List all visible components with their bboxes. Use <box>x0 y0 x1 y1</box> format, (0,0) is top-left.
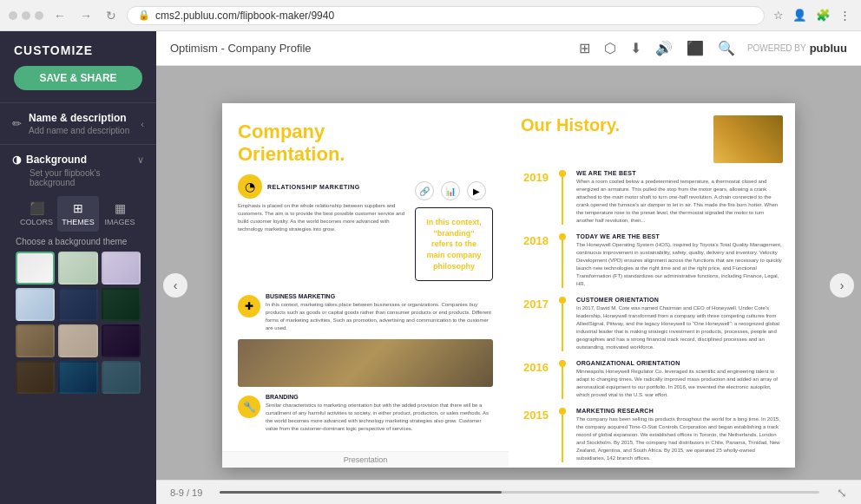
toolbar: Optimism - Company Profile ⊞ ⬡ ⬇ 🔊 ⬛ 🔍 P… <box>156 31 861 66</box>
year-2018: 2018 <box>521 233 549 288</box>
bookmark-button[interactable]: ☆ <box>772 7 785 23</box>
theme-swatch-5[interactable] <box>58 288 97 321</box>
theme-swatch-1[interactable] <box>16 252 55 285</box>
theme-swatch-12[interactable] <box>102 361 141 394</box>
background-chevron-icon: ∨ <box>137 154 144 166</box>
colors-tab-icon: ⬛ <box>30 201 44 215</box>
timeline-dot-2016 <box>559 360 566 367</box>
business-icon: ✚ <box>238 295 260 317</box>
timeline-item-2018: 2018 TODAY WE ARE THE BEST The Honeywell… <box>521 233 783 288</box>
book-viewer: ‹ Company Orientation. ◔ <box>156 66 861 504</box>
timeline-text-2015: MARKETING RESEARCH The company has been … <box>576 408 783 462</box>
history-title-area: Our History. <box>521 115 620 135</box>
grid-view-button[interactable]: ⊞ <box>577 38 592 58</box>
powered-by: POWERED BY publuu <box>747 42 847 55</box>
tab-images[interactable]: ▦ IMAGES <box>99 196 141 232</box>
history-header: Our History. <box>509 103 795 170</box>
left-page-inner: ◔ RELATIONSHIP MARKETING Emphasis is pla… <box>238 174 493 288</box>
theme-swatch-3[interactable] <box>102 252 141 285</box>
zoom-button[interactable]: 🔍 <box>716 38 737 58</box>
background-icon: ◑ <box>12 154 21 166</box>
timeline-connector-2015 <box>559 408 566 462</box>
timeline-line-2017 <box>562 304 563 351</box>
timeline-line <box>562 177 563 225</box>
timeline-dot-2017 <box>559 297 566 304</box>
timeline-dot <box>559 170 566 177</box>
window-close-dot <box>9 11 17 20</box>
window-minimize-dot <box>22 11 30 20</box>
main-content: Optimism - Company Profile ⊞ ⬡ ⬇ 🔊 ⬛ 🔍 P… <box>156 31 861 504</box>
address-bar[interactable]: 🔒 cms2.publuu.com/flipbook-maker/9940 <box>127 6 765 25</box>
sidebar: CUSTOMIZE SAVE & SHARE ✏ Name & descript… <box>0 31 156 504</box>
timeline-line-2016 <box>562 367 563 399</box>
back-button[interactable]: ← <box>50 7 69 24</box>
screen-button[interactable]: ⬛ <box>685 38 706 58</box>
timeline-text-2018: TODAY WE ARE THE BEST The Honeywell Oper… <box>576 233 783 288</box>
tab-themes[interactable]: ⊞ THEMES <box>57 196 99 232</box>
fullscreen-button[interactable]: ⤡ <box>837 486 847 500</box>
callout-box: In this context, "branding" refers to th… <box>415 207 493 281</box>
theme-swatch-6[interactable] <box>102 288 141 321</box>
left-page-title: Company Orientation. <box>238 121 493 167</box>
history-image <box>713 115 783 163</box>
theme-swatch-8[interactable] <box>58 324 97 357</box>
history-image-inner <box>713 115 783 163</box>
themes-tab-label: THEMES <box>62 218 95 226</box>
branding-text-area: BRANDING Similar characteristics to mark… <box>266 394 493 433</box>
relationship-title: RELATIONSHIP MARKETING <box>267 184 360 190</box>
wrench-icon: 🔧 <box>238 396 260 418</box>
timeline-item-2016: 2016 ORGANIZATIONAL ORIENTATION Minneapo… <box>521 360 783 399</box>
forward-button[interactable]: → <box>76 7 95 24</box>
refresh-button[interactable]: ↻ <box>102 7 120 24</box>
theme-swatch-10[interactable] <box>16 361 55 394</box>
pencil-icon: ✏ <box>12 117 22 130</box>
bg-title-row: ◑ Background ∨ <box>12 154 144 166</box>
theme-swatch-9[interactable] <box>102 324 141 357</box>
theme-swatch-7[interactable] <box>16 324 55 357</box>
profile-button[interactable]: 👤 <box>791 7 809 23</box>
sidebar-title: CUSTOMIZE <box>14 43 93 57</box>
prev-page-button[interactable]: ‹ <box>163 273 187 298</box>
sound-button[interactable]: 🔊 <box>654 38 674 58</box>
window-maximize-dot <box>35 11 43 20</box>
theme-swatch-4[interactable] <box>16 288 55 321</box>
sidebar-section-name[interactable]: ✏ Name & description Add name and descri… <box>0 102 156 144</box>
pie-chart-icon: ◔ <box>238 174 262 199</box>
share-button[interactable]: ⬡ <box>602 38 618 58</box>
sidebar-name-chevron-icon: ‹ <box>141 119 144 129</box>
browser-window-controls <box>9 11 43 20</box>
app-container: CUSTOMIZE SAVE & SHARE ✏ Name & descript… <box>0 31 861 504</box>
year-2019: 2019 <box>521 170 549 225</box>
business-marketing-inner: ✚ BUSINESS MARKETING In this context, ma… <box>238 293 493 332</box>
choose-theme-label: Choose a background theme <box>16 237 141 246</box>
sidebar-section-name-label: Name & description <box>29 112 129 124</box>
timeline-connector <box>559 170 566 225</box>
left-page-relationship-col: ◔ RELATIONSHIP MARKETING Emphasis is pla… <box>238 174 406 288</box>
images-tab-icon: ▦ <box>115 201 126 215</box>
theme-swatch-11[interactable] <box>58 361 97 394</box>
tab-colors[interactable]: ⬛ COLORS <box>16 196 57 232</box>
theme-swatch-2[interactable] <box>58 252 97 285</box>
link-icon: 🔗 <box>415 181 434 200</box>
extensions-button[interactable]: 🧩 <box>814 7 832 23</box>
images-tab-label: IMAGES <box>104 218 135 226</box>
browser-menu-button[interactable]: ⋮ <box>838 7 852 23</box>
book-spread: Company Orientation. ◔ RELATIONSHIP MARK… <box>222 103 795 468</box>
business-marketing-section: ✚ BUSINESS MARKETING In this context, ma… <box>238 293 493 332</box>
next-page-button[interactable]: › <box>830 273 854 298</box>
branding-inner: 🔧 BRANDING Similar characteristics to ma… <box>238 394 493 433</box>
year-2015: 2015 <box>521 408 549 462</box>
timeline-connector-2017 <box>559 297 566 351</box>
download-button[interactable]: ⬇ <box>628 38 643 58</box>
powered-by-text: POWERED BY <box>747 43 806 53</box>
url-text: cms2.publuu.com/flipbook-maker/9940 <box>155 10 334 22</box>
progress-bar-track[interactable] <box>220 491 819 494</box>
save-share-button[interactable]: SAVE & SHARE <box>14 66 142 90</box>
relationship-header: ◔ RELATIONSHIP MARKETING <box>238 174 406 199</box>
brand-name: publuu <box>810 42 847 55</box>
browser-chrome: ← → ↻ 🔒 cms2.publuu.com/flipbook-maker/9… <box>0 0 861 31</box>
play-icon: ▶ <box>467 181 486 200</box>
left-page: Company Orientation. ◔ RELATIONSHIP MARK… <box>222 103 509 468</box>
background-title: ◑ Background <box>12 154 87 166</box>
sidebar-section-name-sub: Add name and description <box>29 126 129 135</box>
